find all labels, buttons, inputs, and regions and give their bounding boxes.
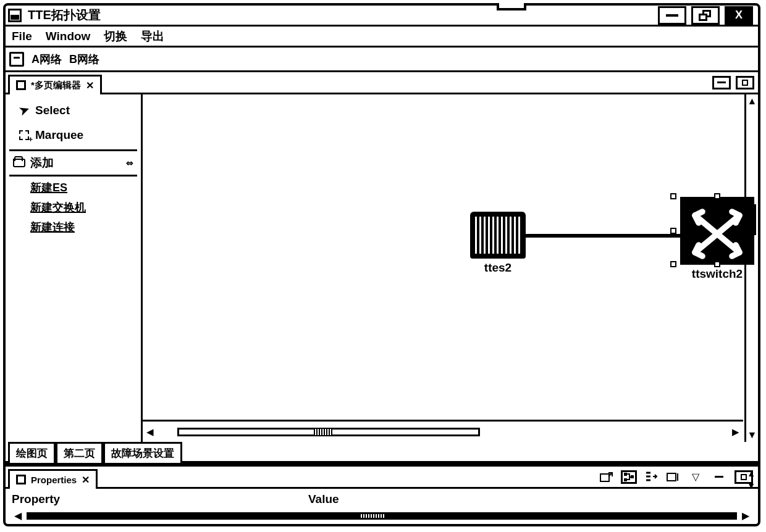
prop-scroll-down-icon[interactable]: ▼ <box>747 481 755 491</box>
properties-h-scrollbar[interactable]: ◀ ▶ <box>6 510 758 524</box>
folder-add-label: 添加 <box>30 155 54 171</box>
node-ttes2[interactable]: ttes2 <box>464 212 532 275</box>
toolbar: A网络 B网络 <box>6 48 758 72</box>
h-scroll-thumb[interactable] <box>314 429 332 435</box>
palette-new-switch[interactable]: 新建交换机 <box>30 200 137 215</box>
minimize-view-button[interactable] <box>712 76 731 89</box>
scroll-up-icon[interactable]: ▲ <box>747 94 757 108</box>
scroll-down-icon[interactable]: ▼ <box>747 428 757 442</box>
svg-rect-4 <box>667 473 676 481</box>
palette-folder-add[interactable]: 添加 ⇔ <box>9 149 137 177</box>
endsystem-icon <box>470 212 526 259</box>
tab-draw-page[interactable]: 绘图页 <box>8 442 56 463</box>
node-ttes2-label: ttes2 <box>464 261 532 275</box>
topology-canvas[interactable]: ttes2 <box>143 94 758 442</box>
network-b-button[interactable]: B网络 <box>69 52 99 67</box>
marquee-icon <box>19 130 29 140</box>
prop-restore-icon[interactable] <box>665 470 681 484</box>
svg-rect-2 <box>624 478 627 481</box>
close-tab-icon[interactable]: ✕ <box>86 80 94 91</box>
prop-scroll-right-icon[interactable]: ▶ <box>737 510 754 522</box>
app-icon <box>8 9 22 22</box>
properties-view: Properties ✕ ▽ <box>6 465 758 524</box>
window-title: TTE拓扑设置 <box>28 7 101 23</box>
palette-new-link[interactable]: 新建连接 <box>30 220 137 235</box>
v-scroll-thumb[interactable] <box>748 204 756 235</box>
close-button[interactable]: X <box>725 6 753 25</box>
prop-action-1-icon[interactable] <box>599 470 615 484</box>
editor-tab-icon <box>16 80 26 90</box>
scroll-right-icon[interactable]: ▶ <box>728 426 743 438</box>
title-notch <box>497 3 526 10</box>
menu-window[interactable]: Window <box>46 30 91 43</box>
editor-tab-multipage[interactable]: *多页编辑器 ✕ <box>8 75 102 94</box>
tab-page-2[interactable]: 第二页 <box>56 442 103 463</box>
prop-h-scroll-thumb[interactable] <box>361 514 385 518</box>
editor-tab-label: *多页编辑器 <box>31 80 81 91</box>
tool-marquee[interactable]: Marquee <box>9 125 137 146</box>
cursor-icon: ➤ <box>17 102 32 118</box>
titlebar: TTE拓扑设置 X <box>6 6 758 27</box>
editor-tabbar: *多页编辑器 ✕ <box>6 72 758 94</box>
network-a-button[interactable]: A网络 <box>32 52 62 67</box>
prop-scroll-up-icon[interactable]: ▲ <box>747 468 755 478</box>
selection-handle[interactable] <box>670 228 676 234</box>
maximize-button[interactable] <box>691 6 720 25</box>
prop-minimize-button[interactable] <box>710 470 728 484</box>
tool-select-label: Select <box>35 104 70 117</box>
tool-palette: ➤ Select Marquee 添加 ⇔ <box>6 94 143 442</box>
h-scroll-track[interactable] <box>177 428 480 436</box>
selection-handle[interactable] <box>714 261 720 267</box>
canvas-v-scrollbar[interactable]: ▲ ▼ <box>744 94 758 442</box>
switch-icon <box>680 197 754 265</box>
col-value: Value <box>308 493 339 506</box>
save-icon[interactable] <box>9 52 24 67</box>
menu-switch[interactable]: 切换 <box>104 28 127 44</box>
properties-tabbar: Properties ✕ ▽ <box>6 467 758 489</box>
menu-export[interactable]: 导出 <box>141 28 164 44</box>
selection-handle[interactable] <box>670 193 676 199</box>
canvas-h-scrollbar[interactable] <box>177 426 480 438</box>
app-window: TTE拓扑设置 X File Window 切换 导出 A网络 B网络 *多页编… <box>3 3 760 526</box>
canvas-h-scroll-area: ◀ ▶ <box>143 420 743 442</box>
tool-marquee-label: Marquee <box>35 128 83 142</box>
page-tabs: 绘图页 第二页 故障场景设置 <box>6 442 758 463</box>
selection-handle[interactable] <box>670 261 676 267</box>
col-property: Property <box>12 493 308 506</box>
properties-tab-icon <box>16 475 26 484</box>
tab-fault-scene[interactable]: 故障场景设置 <box>103 442 182 463</box>
pin-icon[interactable]: ⇔ <box>126 158 133 168</box>
svg-rect-3 <box>631 475 634 478</box>
connection-line[interactable] <box>520 234 680 238</box>
scroll-left-icon[interactable]: ◀ <box>143 426 158 438</box>
properties-v-scroll[interactable]: ▲ ▼ <box>747 468 755 491</box>
tool-select[interactable]: ➤ Select <box>9 99 137 121</box>
properties-tab-label: Properties <box>31 475 77 485</box>
dropdown-icon[interactable]: ▽ <box>688 470 704 484</box>
selection-handle[interactable] <box>714 193 720 199</box>
prop-scroll-left-icon[interactable]: ◀ <box>9 510 27 522</box>
prop-filter-icon[interactable] <box>643 470 659 484</box>
svg-rect-1 <box>624 473 627 476</box>
menu-file[interactable]: File <box>12 30 32 43</box>
properties-header: Property Value <box>6 489 758 510</box>
close-properties-icon[interactable]: ✕ <box>82 474 90 486</box>
menubar: File Window 切换 导出 <box>6 27 758 48</box>
svg-rect-0 <box>600 474 609 481</box>
palette-new-es[interactable]: 新建ES <box>30 180 137 195</box>
v-scroll-track[interactable] <box>746 108 758 428</box>
minimize-button[interactable] <box>658 6 686 25</box>
prop-tree-icon[interactable] <box>621 470 637 484</box>
prop-h-scroll-track[interactable] <box>27 512 737 520</box>
properties-tab[interactable]: Properties ✕ <box>8 469 98 489</box>
folder-icon <box>13 159 25 167</box>
maximize-view-button[interactable] <box>736 76 754 89</box>
